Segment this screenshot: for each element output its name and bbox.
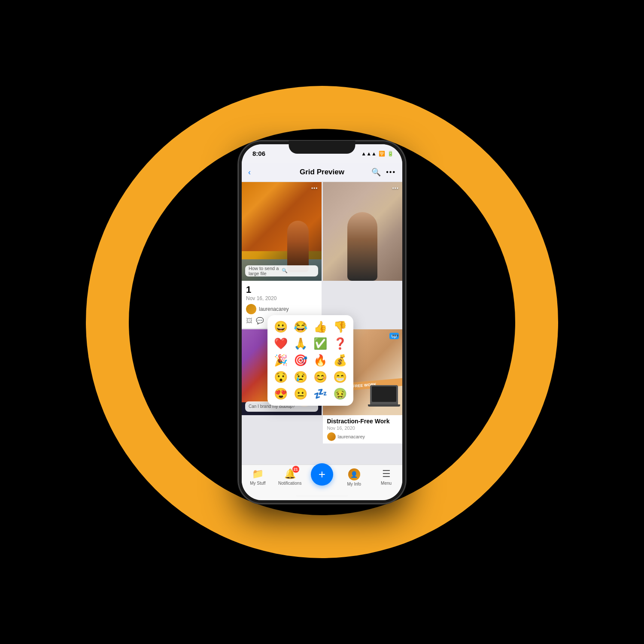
media-icons: 🖼 💬 [246,317,264,325]
author-name: laurenacarey [259,306,289,312]
post-date-4: Nov 16, 2020 [327,425,398,431]
laptop-screen [372,386,396,402]
signal-icon: ▲▲▲ [361,151,377,157]
nav-title: Grid Preview [300,168,344,176]
cell1-search-bar[interactable]: How to send a large file 🔍 [245,265,318,276]
phone-screen: 8:06 ▲▲▲ 🛜 🔋 ‹ Grid Preview 🔍 ••• [242,144,402,500]
laptop-base [368,404,400,407]
post-date: Nov 16, 2020 [246,295,317,301]
emoji-smile[interactable]: 😀 [273,320,289,334]
street-image: ••• [323,182,403,281]
battery-icon: 🔋 [387,151,394,157]
tab-notifications[interactable]: 🔔 21 Notifications [277,468,303,486]
street-person-figure [347,212,377,281]
menu-label: Menu [381,481,392,486]
emoji-neutral[interactable]: 😐 [292,387,309,401]
image-icon: 🖼 [246,317,252,325]
notification-badge-wrapper: 🔔 21 [284,468,296,480]
myinfo-label: My Info [347,482,361,486]
cell2-more-dots[interactable]: ••• [392,185,399,191]
author-name-4: laurenacarey [338,434,365,439]
author-avatar-4 [327,432,336,441]
grid-cell-1[interactable]: ••• How to send a large file 🔍 1 Nov 16,… [242,182,322,328]
cell1-more-dots[interactable]: ••• [311,185,318,191]
emoji-fire[interactable]: 🔥 [312,354,328,367]
nav-more-button[interactable]: ••• [386,168,396,176]
emoji-popup: 😀 😂 👍 👎 ❤️ 🙏 ✅ ❓ 🎉 🎯 🔥 💰 😯 😢 😊 😁 😍 😐 💤 [267,315,353,406]
nav-search-button[interactable]: 🔍 [371,167,381,177]
emoji-thumbsup[interactable]: 👍 [312,320,328,334]
notch [289,141,355,154]
mystuff-icon: 📁 [252,468,264,480]
emoji-happy[interactable]: 😊 [312,371,328,384]
status-time: 8:06 [252,150,265,157]
nav-bar: ‹ Grid Preview 🔍 ••• [242,163,402,182]
post-author: laurenacarey [246,304,317,314]
emoji-sick[interactable]: 🤢 [332,387,348,401]
emoji-shocked[interactable]: 😯 [273,371,289,384]
autumn-trees [242,182,322,251]
emoji-love[interactable]: 😍 [273,387,289,401]
emoji-heart[interactable]: ❤️ [273,337,289,350]
tab-myinfo[interactable]: 👤 My Info [341,468,367,486]
emoji-party[interactable]: 🎉 [273,354,289,367]
cell4-more-dots[interactable]: ••• [392,333,399,339]
comment-icon: 💬 [256,317,264,325]
notifications-label: Notifications [278,481,301,486]
emoji-money[interactable]: 💰 [332,354,348,367]
myinfo-avatar: 👤 [348,468,360,480]
emoji-sleep[interactable]: 💤 [312,387,328,401]
emoji-sad[interactable]: 😢 [292,371,309,384]
mystuff-label: My Stuff [250,481,266,486]
tab-mystuff[interactable]: 📁 My Stuff [245,468,270,486]
emoji-target[interactable]: 🎯 [292,354,309,367]
tab-bar: 📁 My Stuff 🔔 21 Notifications + 👤 My Inf… [242,465,402,500]
post-card-4: Distraction-Free Work Nov 16, 2020 laure… [323,415,403,444]
grid-cell-1-image: ••• How to send a large file 🔍 [242,182,322,281]
autumn-person-figure [287,221,309,272]
tab-add[interactable]: + [309,467,335,486]
cell1-search-icon: 🔍 [282,268,315,273]
emoji-laugh[interactable]: 😂 [292,320,309,334]
phone-shell: 8:06 ▲▲▲ 🛜 🔋 ‹ Grid Preview 🔍 ••• [238,141,406,504]
cell1-search-text: How to send a large file [249,266,282,276]
emoji-pray[interactable]: 🙏 [292,337,309,350]
add-button[interactable]: + [311,463,333,486]
post-author-4: laurenacarey [327,432,398,441]
notification-count: 21 [292,466,299,473]
laptop-shape [370,385,398,404]
emoji-thumbsdown[interactable]: 👎 [332,320,348,334]
nav-back-button[interactable]: ‹ [248,168,251,177]
autumn-image: ••• How to send a large file 🔍 [242,182,322,281]
post-title-4: Distraction-Free Work [327,418,398,425]
grid-cell-2-image: ••• [323,182,403,281]
author-avatar [246,304,256,314]
menu-icon: ☰ [382,468,391,480]
wifi-icon: 🛜 [379,151,385,157]
status-icons: ▲▲▲ 🛜 🔋 [361,151,394,157]
grid-cell-2[interactable]: ••• [323,182,403,328]
emoji-check[interactable]: ✅ [312,337,328,350]
emoji-grin[interactable]: 😁 [332,371,348,384]
post-number: 1 [246,284,317,295]
emoji-question[interactable]: ❓ [332,337,348,350]
tab-menu[interactable]: ☰ Menu [374,468,399,486]
content-area: ••• How to send a large file 🔍 1 Nov 16,… [242,182,402,465]
